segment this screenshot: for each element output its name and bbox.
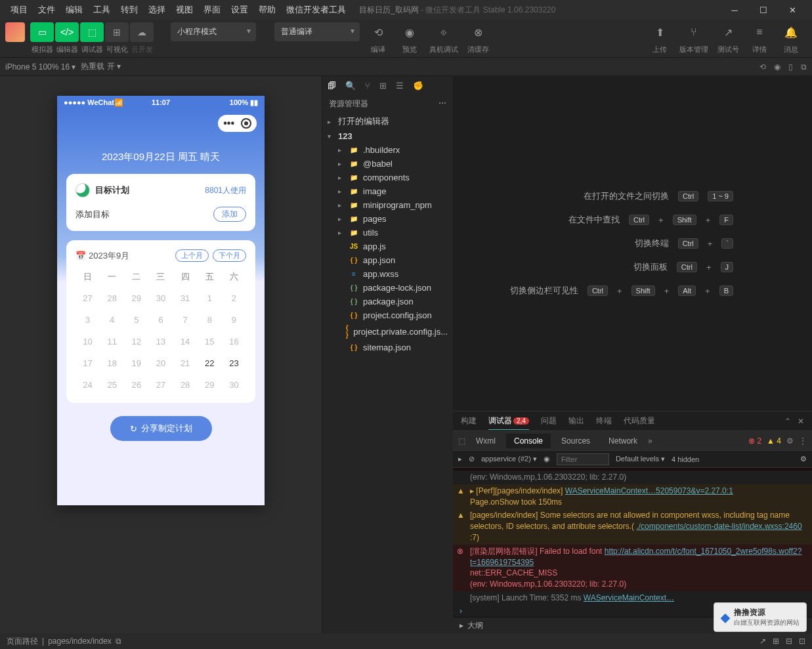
network-tab[interactable]: Network bbox=[601, 434, 645, 448]
calendar-day[interactable]: 3 bbox=[75, 311, 100, 329]
calendar-day[interactable]: 22 bbox=[198, 354, 222, 372]
calendar-day[interactable]: 11 bbox=[100, 333, 124, 350]
hidden-count[interactable]: 4 hidden bbox=[672, 455, 699, 463]
search-tab-icon[interactable]: 🔍 bbox=[345, 81, 356, 91]
menu-选择[interactable]: 选择 bbox=[143, 1, 171, 18]
tree-item[interactable]: { }sitemap.json bbox=[322, 341, 453, 354]
close-icon[interactable] bbox=[241, 118, 251, 129]
files-tab-icon[interactable]: 🗐 bbox=[328, 81, 336, 91]
test-button[interactable]: ↗ bbox=[716, 22, 740, 42]
more-icon[interactable]: ••• bbox=[223, 117, 234, 129]
console-settings-icon[interactable]: ⚙ bbox=[800, 455, 807, 463]
status-icon-3[interactable]: ⊟ bbox=[786, 637, 792, 646]
context-select[interactable]: appservice (#2) ▾ bbox=[481, 455, 537, 463]
calendar-day[interactable]: 18 bbox=[100, 354, 124, 372]
panel-tab[interactable]: 输出 bbox=[568, 413, 584, 429]
calendar-day[interactable]: 25 bbox=[100, 376, 124, 394]
calendar-day[interactable]: 15 bbox=[198, 333, 222, 350]
tree-item[interactable]: ▸📁.hbuilderx bbox=[322, 143, 453, 157]
calendar-day[interactable]: 29 bbox=[124, 289, 148, 307]
prev-month-button[interactable]: 上个月 bbox=[175, 249, 209, 262]
calendar-day[interactable]: 19 bbox=[124, 354, 148, 372]
clear-cache-button[interactable]: ⊗ bbox=[466, 22, 490, 42]
popout-icon[interactable]: ⧉ bbox=[801, 62, 807, 72]
calendar-day[interactable]: 28 bbox=[100, 289, 124, 307]
compile-button[interactable]: ⟲ bbox=[366, 22, 390, 42]
debugger-button[interactable]: ⬚ bbox=[80, 22, 104, 42]
remote-debug-button[interactable]: ⟐ bbox=[432, 22, 456, 42]
inspect-icon[interactable]: ⬚ bbox=[458, 436, 465, 446]
record-icon[interactable]: ◉ bbox=[774, 62, 780, 72]
calendar-day[interactable]: 23 bbox=[222, 354, 246, 372]
preview-button[interactable]: ◉ bbox=[398, 22, 421, 42]
visual-button[interactable]: ⊞ bbox=[105, 22, 129, 42]
menu-转到[interactable]: 转到 bbox=[116, 1, 143, 18]
calendar-day[interactable]: 14 bbox=[173, 333, 198, 350]
capsule-menu[interactable]: ••• bbox=[218, 115, 257, 132]
refresh-icon[interactable]: ⟲ bbox=[759, 62, 766, 72]
status-icon-1[interactable]: ↗ bbox=[759, 637, 766, 646]
menu-项目[interactable]: 项目 bbox=[5, 1, 33, 18]
tree-item[interactable]: ▸📁miniprogram_npm bbox=[322, 198, 453, 212]
page-path[interactable]: pages/index/index bbox=[48, 637, 112, 646]
calendar-day[interactable]: 16 bbox=[222, 333, 246, 350]
calendar-day[interactable]: 12 bbox=[124, 333, 148, 350]
clear-console-icon[interactable]: ⊘ bbox=[469, 455, 475, 463]
calendar-day[interactable]: 24 bbox=[75, 376, 100, 394]
panel-close-icon[interactable]: ✕ bbox=[798, 417, 804, 426]
menu-界面[interactable]: 界面 bbox=[198, 1, 226, 18]
calendar-day[interactable]: 10 bbox=[75, 333, 100, 350]
filter-input[interactable] bbox=[557, 453, 609, 465]
panel-up-icon[interactable]: ⌃ bbox=[784, 417, 791, 426]
explorer-more-icon[interactable]: ⋯ bbox=[438, 98, 446, 110]
calendar-day[interactable]: 8 bbox=[198, 311, 222, 329]
plugin-tab-icon[interactable]: ✊ bbox=[413, 81, 423, 91]
calendar-day[interactable]: 26 bbox=[124, 376, 148, 394]
calendar-day[interactable]: 6 bbox=[148, 311, 173, 329]
dots-icon[interactable]: ⋮ bbox=[799, 436, 807, 446]
tree-item[interactable]: ≡app.wxss bbox=[322, 267, 453, 281]
eye-icon[interactable]: ◉ bbox=[544, 455, 550, 463]
calendar-day[interactable]: 27 bbox=[75, 289, 100, 307]
minimize-button[interactable]: ─ bbox=[725, 3, 744, 16]
tree-item[interactable]: { }project.private.config.js... bbox=[322, 322, 453, 341]
open-editors-section[interactable]: ▸打开的编辑器 bbox=[322, 114, 453, 129]
calendar-day[interactable]: 5 bbox=[124, 311, 148, 329]
levels-select[interactable]: Default levels ▾ bbox=[616, 455, 665, 463]
calendar-day[interactable]: 7 bbox=[173, 311, 198, 329]
tree-item[interactable]: ▸📁pages bbox=[322, 212, 453, 226]
mode-select[interactable]: 小程序模式 bbox=[171, 22, 256, 41]
add-button[interactable]: 添加 bbox=[213, 207, 246, 222]
menu-视图[interactable]: 视图 bbox=[171, 1, 198, 18]
calendar-day[interactable]: 31 bbox=[173, 289, 198, 307]
tree-item[interactable]: ▸📁@babel bbox=[322, 157, 453, 171]
tree-item[interactable]: { }app.json bbox=[322, 253, 453, 267]
calendar-day[interactable]: 17 bbox=[75, 354, 100, 372]
calendar-day[interactable]: 21 bbox=[173, 354, 198, 372]
error-count[interactable]: ⊗ 2 bbox=[748, 436, 761, 446]
device-select[interactable]: iPhone 5 100% 16 ▾ bbox=[5, 62, 75, 72]
device-icon[interactable]: ▯ bbox=[788, 62, 793, 72]
avatar[interactable] bbox=[5, 22, 25, 42]
cloud-button[interactable]: ☁ bbox=[130, 22, 154, 42]
menu-文件[interactable]: 文件 bbox=[33, 1, 60, 18]
warning-count[interactable]: ▲ 4 bbox=[767, 436, 781, 446]
calendar-day[interactable]: 30 bbox=[148, 289, 173, 307]
wxml-tab[interactable]: Wxml bbox=[468, 434, 503, 448]
status-icon-4[interactable]: ⊡ bbox=[799, 637, 805, 646]
root-folder[interactable]: ▾123 bbox=[322, 129, 453, 143]
close-button[interactable]: ✕ bbox=[783, 3, 801, 16]
more-tabs-icon[interactable]: » bbox=[648, 436, 652, 446]
calendar-day[interactable]: 13 bbox=[148, 333, 173, 350]
calendar-day[interactable]: 4 bbox=[100, 311, 124, 329]
branch-tab-icon[interactable]: ⑂ bbox=[365, 81, 370, 91]
menu-设置[interactable]: 设置 bbox=[226, 1, 253, 18]
panel-tab[interactable]: 问题 bbox=[541, 413, 557, 429]
panel-tab[interactable]: 代码质量 bbox=[624, 413, 655, 429]
tree-item[interactable]: { }package-lock.json bbox=[322, 281, 453, 295]
console-tab[interactable]: Console bbox=[506, 434, 551, 448]
version-button[interactable]: ⑂ bbox=[682, 22, 706, 42]
share-button[interactable]: ↻ 分享制定计划 bbox=[110, 416, 212, 441]
sources-tab[interactable]: Sources bbox=[553, 434, 598, 448]
calendar-day[interactable]: 29 bbox=[198, 376, 222, 394]
